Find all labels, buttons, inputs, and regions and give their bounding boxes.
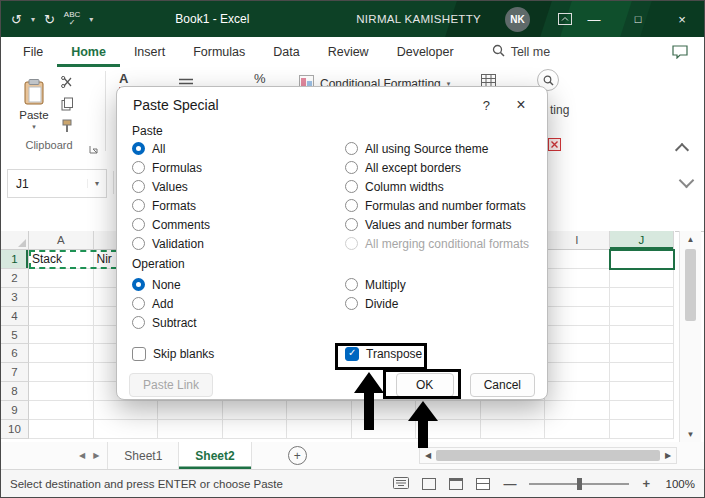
vertical-scrollbar-thumb[interactable] — [685, 249, 696, 321]
cell-E9[interactable] — [287, 401, 352, 420]
cell-J2[interactable] — [610, 269, 675, 288]
cell-B9[interactable] — [94, 401, 159, 420]
cell-J6[interactable] — [610, 344, 675, 363]
normal-view-icon[interactable] — [422, 478, 436, 490]
zoom-slider-thumb[interactable] — [577, 478, 582, 490]
horizontal-scrollbar-thumb[interactable] — [436, 450, 660, 461]
percent-style-icon[interactable]: % — [254, 71, 266, 86]
row-header-5[interactable]: 5 — [1, 326, 29, 345]
radio-values-and-number-formats[interactable]: Values and number formats — [345, 215, 550, 234]
qat-customize-icon[interactable]: ▾ — [89, 15, 93, 24]
ribbon-display-options-icon[interactable] — [558, 13, 572, 25]
zoom-level[interactable]: 100% — [663, 478, 695, 490]
cell-F10[interactable] — [352, 420, 417, 439]
radio-all[interactable]: All — [132, 139, 345, 158]
cell-I6[interactable] — [545, 344, 610, 363]
select-all-corner[interactable] — [1, 231, 29, 250]
zoom-in-icon[interactable]: + — [642, 476, 650, 491]
radio-multiply[interactable]: Multiply — [345, 275, 550, 294]
row-header-7[interactable]: 7 — [1, 363, 29, 382]
maximize-button[interactable]: □ — [616, 1, 660, 37]
cell-A2[interactable] — [29, 269, 94, 288]
undo-icon[interactable]: ↺ — [11, 12, 22, 27]
skip-blanks-checkbox[interactable]: Skip blanks — [132, 344, 345, 363]
radio-divide[interactable]: Divide — [345, 294, 550, 313]
radio-values[interactable]: Values — [132, 177, 345, 196]
spelling-icon[interactable]: ABC✓ — [64, 11, 80, 27]
comments-icon[interactable] — [672, 37, 688, 67]
zoom-out-icon[interactable]: — — [503, 476, 516, 491]
redo-icon[interactable]: ↻ — [44, 12, 55, 27]
row-header-4[interactable]: 4 — [1, 307, 29, 326]
cell-F9[interactable] — [352, 401, 417, 420]
row-header-10[interactable]: 10 — [1, 420, 29, 439]
row-header-6[interactable]: 6 — [1, 344, 29, 363]
radio-formats[interactable]: Formats — [132, 196, 345, 215]
dialog-help-button[interactable]: ? — [483, 98, 490, 113]
cell-I4[interactable] — [545, 307, 610, 326]
cell-B10[interactable] — [94, 420, 159, 439]
radio-validation[interactable]: Validation — [132, 234, 345, 253]
tab-data[interactable]: Data — [259, 37, 313, 67]
cell-J8[interactable] — [610, 382, 675, 401]
cell-A1[interactable]: Stack — [29, 250, 94, 269]
sheet-tab-sheet2[interactable]: Sheet2 — [179, 442, 251, 469]
tell-me-box[interactable]: Tell me — [482, 37, 561, 67]
cell-A6[interactable] — [29, 344, 94, 363]
formula-bar-expand-icon[interactable] — [679, 173, 695, 189]
ok-button[interactable]: OK — [396, 373, 454, 397]
undo-dropdown-icon[interactable]: ▾ — [31, 15, 35, 24]
minimize-button[interactable]: — — [572, 1, 616, 37]
avatar[interactable]: NK — [505, 7, 530, 32]
cell-J4[interactable] — [610, 307, 675, 326]
paste-button[interactable]: Paste ▾ — [9, 71, 59, 139]
scroll-up-icon[interactable]: ▲ — [687, 231, 695, 247]
page-layout-view-icon[interactable] — [449, 478, 463, 490]
cut-icon[interactable] — [61, 75, 73, 88]
tab-formulas[interactable]: Formulas — [179, 37, 259, 67]
cell-C10[interactable] — [158, 420, 223, 439]
cell-I9[interactable] — [545, 401, 610, 420]
cell-J9[interactable] — [610, 401, 675, 420]
cell-J3[interactable] — [610, 288, 675, 307]
cell-A3[interactable] — [29, 288, 94, 307]
column-header-J[interactable]: J — [610, 231, 675, 250]
vertical-scrollbar[interactable]: ▲ ▼ — [679, 231, 701, 442]
cell-G10[interactable] — [416, 420, 481, 439]
tab-file[interactable]: File — [9, 37, 57, 67]
radio-formulas[interactable]: Formulas — [132, 158, 345, 177]
cell-A7[interactable] — [29, 363, 94, 382]
row-header-3[interactable]: 3 — [1, 288, 29, 307]
radio-add[interactable]: Add — [132, 294, 345, 313]
radio-column-widths[interactable]: Column widths — [345, 177, 550, 196]
cell-A9[interactable] — [29, 401, 94, 420]
page-break-view-icon[interactable] — [476, 478, 490, 490]
cell-H10[interactable] — [481, 420, 546, 439]
collapse-ribbon-icon[interactable] — [675, 143, 689, 157]
cell-A4[interactable] — [29, 307, 94, 326]
cell-I5[interactable] — [545, 326, 610, 345]
radio-all-except-borders[interactable]: All except borders — [345, 158, 550, 177]
transpose-checkbox[interactable]: Transpose — [345, 344, 550, 363]
cell-I3[interactable] — [545, 288, 610, 307]
column-header-A[interactable]: A — [29, 231, 94, 250]
cell-J10[interactable] — [610, 420, 675, 439]
row-header-2[interactable]: 2 — [1, 269, 29, 288]
cell-G9[interactable] — [416, 401, 481, 420]
paste-link-button[interactable]: Paste Link — [129, 373, 213, 397]
cell-J5[interactable] — [610, 326, 675, 345]
scroll-left-icon[interactable]: ◀ — [420, 451, 436, 460]
cell-A5[interactable] — [29, 326, 94, 345]
tab-insert[interactable]: Insert — [120, 37, 179, 67]
user-name[interactable]: NIRMAL KAMISHETTY — [356, 13, 481, 25]
cell-I7[interactable] — [545, 363, 610, 382]
cell-A8[interactable] — [29, 382, 94, 401]
radio-all-using-source-theme[interactable]: All using Source theme — [345, 139, 550, 158]
radio-formulas-and-number-formats[interactable]: Formulas and number formats — [345, 196, 550, 215]
sheet-tab-sheet1[interactable]: Sheet1 — [107, 442, 179, 469]
keyboard-icon[interactable] — [393, 477, 409, 491]
horizontal-scrollbar[interactable]: ◀ ▶ — [419, 447, 677, 464]
tab-home[interactable]: Home — [57, 37, 120, 67]
sheet-nav-right-icon[interactable]: ▶ — [93, 451, 99, 460]
copy-icon[interactable] — [61, 97, 73, 110]
